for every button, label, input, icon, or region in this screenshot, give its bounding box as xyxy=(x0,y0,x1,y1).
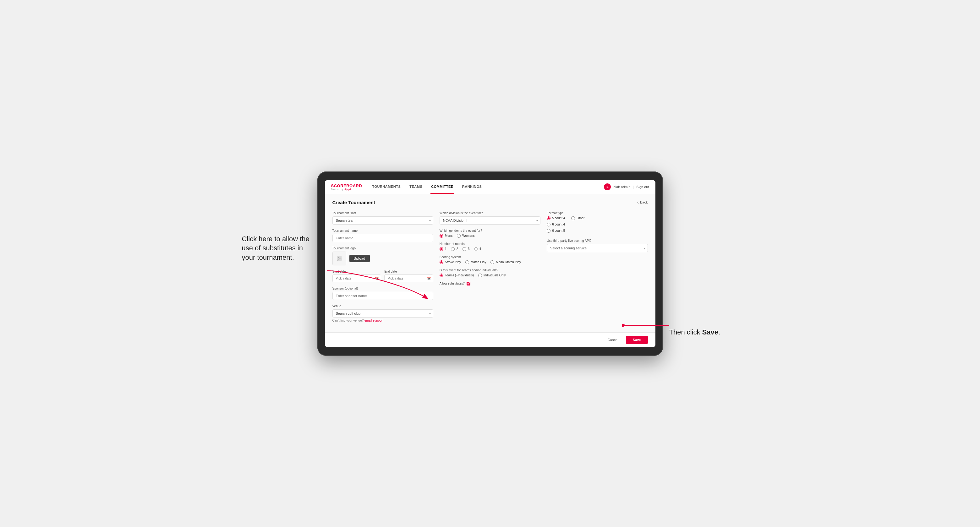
format-other-radio[interactable] xyxy=(571,216,575,220)
gender-radio-group: Mens Womens xyxy=(439,234,541,238)
nav-item-teams[interactable]: TEAMS xyxy=(409,180,423,194)
rounds-3[interactable]: 3 xyxy=(463,247,470,251)
back-link[interactable]: Back xyxy=(637,200,648,205)
form-col-3: Format type 5 count 4 Other xyxy=(547,211,648,327)
logo-placeholder xyxy=(332,252,346,265)
format-other[interactable]: Other xyxy=(571,216,584,220)
start-cal-icon: 📅 xyxy=(375,277,379,280)
rounds-4[interactable]: 4 xyxy=(474,247,481,251)
host-group: Tournament Host Search team xyxy=(332,211,433,225)
tablet-screen: SCOREBOARD Powered by clippd TOURNAMENTS… xyxy=(325,180,655,347)
rounds-1-label: 1 xyxy=(445,247,447,251)
logo-powered: Powered by clippd xyxy=(331,188,362,190)
format-radio-stack: 5 count 4 Other 6 count 4 xyxy=(547,216,648,233)
rounds-2-label: 2 xyxy=(456,247,458,251)
logo-label: Tournament logo xyxy=(332,246,433,250)
substitutes-checkbox-label[interactable]: Allow substitutes? xyxy=(439,282,541,286)
substitutes-checkbox[interactable] xyxy=(466,282,470,286)
event-individuals[interactable]: Individuals Only xyxy=(478,273,506,277)
rounds-3-radio[interactable] xyxy=(463,247,466,251)
venue-select[interactable]: Search golf club xyxy=(332,310,433,317)
nav-username: blair admin xyxy=(613,185,630,189)
format-6count4-radio[interactable] xyxy=(547,223,550,227)
page-footer: Cancel Save xyxy=(325,332,655,347)
scoring-group: Scoring system Stroke Play Match Play xyxy=(439,256,541,264)
gender-womens[interactable]: Womens xyxy=(457,234,474,238)
form-col-2: Which division is the event for? NCAA Di… xyxy=(439,211,541,327)
host-select[interactable]: Search team xyxy=(332,216,433,225)
email-support-link[interactable]: email support xyxy=(364,319,383,322)
cancel-button[interactable]: Cancel xyxy=(603,336,623,344)
format-6count5[interactable]: 6 count 5 xyxy=(547,229,648,233)
nav-bar: SCOREBOARD Powered by clippd TOURNAMENTS… xyxy=(325,180,655,194)
event-type-radio-group: Teams (+Individuals) Individuals Only xyxy=(439,273,541,277)
svg-point-3 xyxy=(338,257,339,258)
save-button[interactable]: Save xyxy=(626,336,648,344)
page-header: Create Tournament Back xyxy=(332,200,648,205)
nav-item-committee[interactable]: COMMITTEE xyxy=(430,180,454,194)
rounds-1-radio[interactable] xyxy=(439,247,443,251)
format-row-1: 5 count 4 Other xyxy=(547,216,648,220)
gender-womens-radio[interactable] xyxy=(457,234,461,238)
gender-group: Which gender is the event for? Mens Wome… xyxy=(439,229,541,238)
event-teams[interactable]: Teams (+Individuals) xyxy=(439,273,474,277)
format-6count5-radio[interactable] xyxy=(547,229,550,233)
event-type-group: Is this event for Teams and/or Individua… xyxy=(439,268,541,277)
scoring-medal-radio[interactable] xyxy=(490,260,494,264)
scoring-match-radio[interactable] xyxy=(465,260,469,264)
page-content: Create Tournament Back Tournament Host S… xyxy=(325,194,655,332)
rounds-2[interactable]: 2 xyxy=(451,247,458,251)
end-date-input[interactable] xyxy=(384,275,433,283)
scoring-medal[interactable]: Medal Match Play xyxy=(490,260,521,264)
venue-select-wrapper: Search golf club xyxy=(332,310,433,317)
scoring-match[interactable]: Match Play xyxy=(465,260,486,264)
logo-brand-link[interactable]: clippd xyxy=(344,188,351,190)
scoring-radio-group: Stroke Play Match Play Medal Match Play xyxy=(439,260,541,264)
logo-group: Tournament logo Upload xyxy=(332,246,433,265)
rounds-radio-group: 1 2 3 xyxy=(439,247,541,251)
scoring-match-label: Match Play xyxy=(471,260,486,264)
scoring-stroke[interactable]: Stroke Play xyxy=(439,260,461,264)
end-date-wrapper: 📅 xyxy=(384,275,433,283)
sponsor-input[interactable] xyxy=(332,292,433,300)
division-select[interactable]: NCAA Division I xyxy=(439,216,541,225)
rounds-group: Number of rounds 1 2 xyxy=(439,242,541,251)
name-input[interactable] xyxy=(332,234,433,242)
format-5count4-radio[interactable] xyxy=(547,216,550,220)
format-5count4[interactable]: 5 count 4 xyxy=(547,216,565,220)
form-col-1: Tournament Host Search team Tournament n… xyxy=(332,211,433,327)
date-group: Start date 📅 End date xyxy=(332,270,433,283)
scoring-api-select[interactable]: Select a scoring service xyxy=(547,244,648,252)
scoring-stroke-radio[interactable] xyxy=(439,260,443,264)
logo-score: SCORE xyxy=(331,183,347,188)
event-individuals-radio[interactable] xyxy=(478,273,482,277)
gender-mens[interactable]: Mens xyxy=(439,234,452,238)
nav-item-tournaments[interactable]: TOURNAMENTS xyxy=(371,180,401,194)
division-select-wrapper: NCAA Division I xyxy=(439,216,541,225)
upload-button[interactable]: Upload xyxy=(349,255,370,262)
tablet-frame: SCOREBOARD Powered by clippd TOURNAMENTS… xyxy=(317,171,663,356)
logo-scoreboard: SCOREBOARD xyxy=(331,183,362,188)
substitutes-group: Allow substitutes? xyxy=(439,282,541,286)
start-date-group: Start date 📅 xyxy=(332,270,382,283)
nav-avatar: B xyxy=(604,183,611,190)
format-6count4-label: 6 count 4 xyxy=(552,223,565,226)
gender-mens-radio[interactable] xyxy=(439,234,443,238)
start-date-input[interactable] xyxy=(332,275,382,283)
nav-item-rankings[interactable]: RANKINGS xyxy=(461,180,483,194)
event-teams-radio[interactable] xyxy=(439,273,443,277)
format-6count4[interactable]: 6 count 4 xyxy=(547,223,648,227)
nav-signout[interactable]: Sign out xyxy=(636,185,649,189)
start-date-label: Start date xyxy=(332,270,382,273)
nav-right: B blair admin | Sign out xyxy=(604,183,649,190)
scoring-medal-label: Medal Match Play xyxy=(496,260,521,264)
rounds-1[interactable]: 1 xyxy=(439,247,447,251)
event-individuals-label: Individuals Only xyxy=(484,273,506,277)
rounds-label: Number of rounds xyxy=(439,242,541,246)
name-label: Tournament name xyxy=(332,229,433,232)
rounds-4-radio[interactable] xyxy=(474,247,478,251)
page-title: Create Tournament xyxy=(332,200,375,205)
nav-items: TOURNAMENTS TEAMS COMMITTEE RANKINGS xyxy=(371,180,604,194)
rounds-2-radio[interactable] xyxy=(451,247,455,251)
scoring-stroke-label: Stroke Play xyxy=(445,260,461,264)
